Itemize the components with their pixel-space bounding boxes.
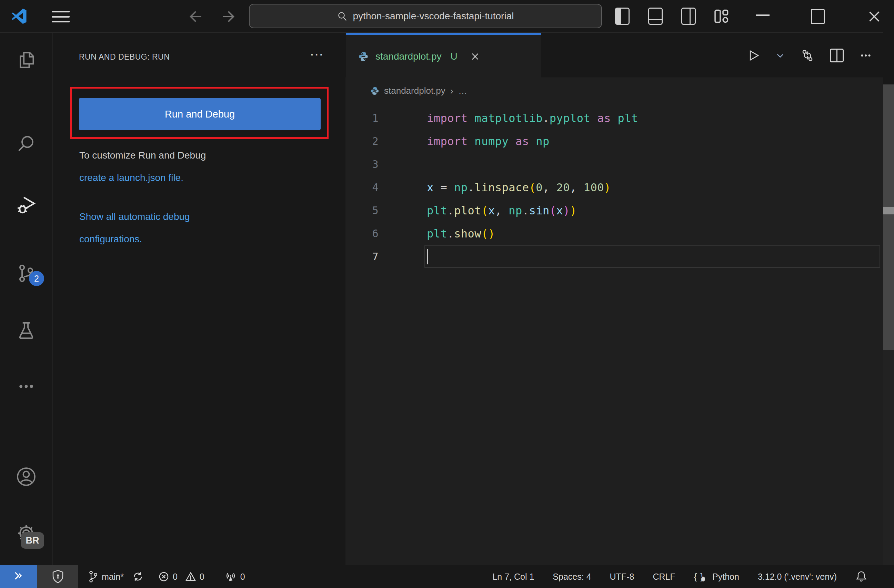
command-center-search[interactable]: python-sample-vscode-fastapi-tutorial xyxy=(249,4,602,28)
source-control-icon[interactable]: 2 xyxy=(0,254,53,292)
search-sidebar-icon[interactable] xyxy=(0,125,53,163)
code-text[interactable]: x = np.linspace(0, 20, 100) xyxy=(427,181,611,194)
search-value: python-sample-vscode-fastapi-tutorial xyxy=(353,11,514,22)
menu-icon[interactable] xyxy=(52,10,69,23)
customize-hint: To customize Run and Debug create a laun… xyxy=(79,144,206,189)
account-icon[interactable] xyxy=(0,458,53,496)
breadcrumb-file[interactable]: standardplot.py xyxy=(384,86,445,96)
python-file-icon xyxy=(358,51,368,62)
editor-group: standardplot.py U xyxy=(346,33,883,565)
code-text[interactable]: import numpy as np xyxy=(427,135,550,148)
vscode-logo-icon xyxy=(11,8,27,25)
toggle-secondary-sidebar-icon[interactable] xyxy=(681,7,696,26)
show-configurations-link[interactable]: Show all automatic debug configurations. xyxy=(79,205,190,250)
more-views-icon[interactable] xyxy=(0,368,53,405)
testing-icon[interactable] xyxy=(0,312,53,350)
run-and-debug-button[interactable]: Run and Debug xyxy=(79,98,321,130)
radio-tower-icon xyxy=(225,571,237,582)
line-number: 3 xyxy=(346,158,379,170)
tab-standardplot[interactable]: standardplot.py U xyxy=(346,33,541,78)
indentation[interactable]: Spaces: 4 xyxy=(553,565,591,588)
code-text[interactable]: plt.show() xyxy=(427,227,495,240)
remote-icon xyxy=(13,571,24,582)
maximize-button[interactable] xyxy=(811,9,825,24)
warning-count: 0 xyxy=(199,572,204,582)
profile-badge: BR xyxy=(21,532,44,549)
code-text[interactable]: import matplotlib.pyplot as plt xyxy=(427,112,638,125)
open-changes-icon[interactable] xyxy=(800,48,815,63)
code-line-1[interactable]: 1import matplotlib.pyplot as plt xyxy=(346,107,883,130)
activity-bar: 2 BR xyxy=(0,33,53,565)
minimize-button[interactable] xyxy=(756,15,770,16)
code-editor[interactable]: 1import matplotlib.pyplot as plt2import … xyxy=(346,104,883,565)
customize-layout-icon[interactable] xyxy=(714,7,729,26)
code-text[interactable]: plt.plot(x, np.sin(x)) xyxy=(427,204,577,217)
run-python-file-icon[interactable] xyxy=(746,48,760,63)
encoding[interactable]: UTF-8 xyxy=(610,565,634,588)
cursor-position[interactable]: Ln 7, Col 1 xyxy=(492,565,534,588)
run-debug-sidebar: RUN AND DEBUG: RUN ⋯ Run and Debug To cu… xyxy=(53,33,345,565)
views-more-actions-icon[interactable]: ⋯ xyxy=(310,46,323,62)
toggle-sidebar-icon[interactable] xyxy=(615,7,630,26)
remote-indicator[interactable] xyxy=(0,565,37,588)
sync-icon xyxy=(132,571,144,582)
sidebar-title: RUN AND DEBUG: RUN xyxy=(79,53,170,62)
background-window-scrollbar xyxy=(883,84,894,350)
explorer-icon[interactable] xyxy=(0,41,53,79)
workspace-trust-item[interactable] xyxy=(37,565,78,588)
eol-sequence[interactable]: CRLF xyxy=(653,565,675,588)
line-number: 7 xyxy=(346,250,379,262)
ports-item[interactable]: 0 xyxy=(225,565,245,588)
line-number: 1 xyxy=(346,112,379,124)
toggle-panel-icon[interactable] xyxy=(648,7,663,26)
line-number: 5 xyxy=(346,204,379,216)
line-number: 6 xyxy=(346,228,379,240)
python-interpreter[interactable]: 3.12.0 ('.venv': venv) xyxy=(758,565,837,588)
forward-arrow-icon[interactable] xyxy=(220,8,238,26)
background-window-strip xyxy=(883,0,894,588)
breadcrumb[interactable]: standardplot.py › … xyxy=(346,78,883,104)
line-number: 2 xyxy=(346,135,379,147)
language-mode[interactable]: {} Python xyxy=(694,565,739,588)
branch-item[interactable]: main* xyxy=(88,565,144,588)
close-window-button[interactable] xyxy=(866,8,883,25)
search-icon xyxy=(337,11,347,21)
language-name: Python xyxy=(712,572,739,582)
errors-icon xyxy=(158,571,169,582)
settings-gear-icon[interactable]: BR xyxy=(0,514,53,552)
python-file-icon xyxy=(370,86,379,95)
create-launch-json-link[interactable]: create a launch.json file. xyxy=(79,166,206,189)
tab-close-icon[interactable] xyxy=(469,51,481,62)
title-bar: python-sample-vscode-fastapi-tutorial xyxy=(0,0,894,33)
layout-controls xyxy=(615,7,729,26)
warnings-icon xyxy=(185,571,196,582)
run-dropdown-chevron-icon[interactable] xyxy=(775,51,785,60)
source-control-badge: 2 xyxy=(29,271,44,286)
tab-strip: standardplot.py U xyxy=(346,33,883,78)
line-number: 4 xyxy=(346,181,379,193)
tab-untracked-badge: U xyxy=(450,51,457,62)
status-bar: main* 0 0 0 Ln 7, xyxy=(0,565,894,588)
git-branch-icon xyxy=(88,570,98,583)
code-line-3[interactable]: 3 xyxy=(346,153,883,176)
code-line-6[interactable]: 6plt.show() xyxy=(346,222,883,245)
back-arrow-icon[interactable] xyxy=(186,8,204,26)
shield-icon xyxy=(52,569,64,584)
background-scrollbar-thumb xyxy=(883,207,894,214)
editor-more-actions-icon[interactable] xyxy=(859,48,873,62)
code-line-7[interactable]: 7 xyxy=(346,245,883,268)
branch-name: main* xyxy=(102,572,124,582)
hint-text: To customize Run and Debug xyxy=(79,144,206,166)
breadcrumb-separator: › xyxy=(450,86,453,96)
code-line-4[interactable]: 4x = np.linspace(0, 20, 100) xyxy=(346,176,883,199)
code-line-2[interactable]: 2import numpy as np xyxy=(346,130,883,153)
code-line-5[interactable]: 5plt.plot(x, np.sin(x)) xyxy=(346,199,883,222)
tab-filename: standardplot.py xyxy=(376,51,441,62)
split-editor-icon[interactable] xyxy=(830,48,844,62)
braces-icon: {} xyxy=(694,571,709,582)
breadcrumb-symbol-more[interactable]: … xyxy=(458,86,467,96)
run-and-debug-icon[interactable] xyxy=(0,185,53,223)
problems-item[interactable]: 0 0 xyxy=(158,565,204,588)
notifications-bell-icon[interactable] xyxy=(855,570,867,583)
editor-toolbar xyxy=(746,33,873,78)
